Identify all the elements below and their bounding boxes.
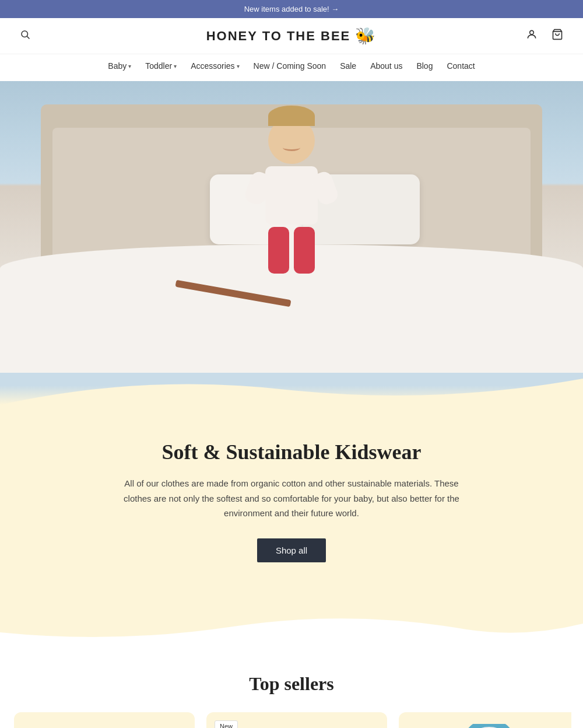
svg-point-2 xyxy=(530,30,534,34)
products-row: New xyxy=(12,712,571,729)
cart-icon xyxy=(552,29,563,40)
onesie-illustration xyxy=(46,724,163,729)
site-header: HONEY TO THE BEE 🐝 xyxy=(0,18,583,54)
chevron-down-icon: ▾ xyxy=(128,63,131,69)
products-container: New xyxy=(12,712,571,729)
shop-all-button[interactable]: Shop all xyxy=(257,538,326,562)
nav-label-about: About us xyxy=(370,61,402,71)
search-button[interactable] xyxy=(17,27,33,45)
list-item[interactable] xyxy=(399,712,571,729)
robe-illustration xyxy=(431,724,547,729)
nav-item-new[interactable]: New / Coming Soon xyxy=(248,59,332,73)
soft-title: Soft & Sustainable Kidswear xyxy=(117,440,466,464)
child-legs xyxy=(268,227,315,274)
nav-label-sale: Sale xyxy=(340,61,356,71)
new-badge: New xyxy=(215,720,238,729)
hero-image xyxy=(0,81,583,373)
bottom-wave-svg xyxy=(0,609,583,644)
account-button[interactable] xyxy=(524,26,540,46)
nav-item-sale[interactable]: Sale xyxy=(334,59,362,73)
nav-label-baby: Baby xyxy=(108,61,127,71)
child-hair xyxy=(268,106,315,126)
wave-hero-bottom xyxy=(0,373,583,405)
announcement-text: New items added to sale! → xyxy=(244,5,339,13)
soft-section: Soft & Sustainable Kidswear All of our c… xyxy=(0,405,583,609)
account-icon xyxy=(526,29,538,40)
nav-label-accessories: Accessories xyxy=(191,61,234,71)
nav-label-blog: Blog xyxy=(416,61,433,71)
nav-label-toddler: Toddler xyxy=(145,61,172,71)
svg-point-0 xyxy=(22,31,28,37)
svg-line-1 xyxy=(27,36,29,38)
chevron-down-icon: ▾ xyxy=(237,63,240,69)
nav-item-contact[interactable]: Contact xyxy=(441,59,480,73)
announcement-bar[interactable]: New items added to sale! → xyxy=(0,0,583,18)
bee-icon: 🐝 xyxy=(355,26,377,46)
nav-item-blog[interactable]: Blog xyxy=(410,59,438,73)
child-smile xyxy=(283,144,300,151)
header-icon-group xyxy=(524,26,566,46)
nav-item-about[interactable]: About us xyxy=(364,59,408,73)
product-image-1 xyxy=(14,712,195,729)
search-icon xyxy=(20,29,30,40)
child-body xyxy=(265,166,318,225)
cart-button[interactable] xyxy=(549,26,566,46)
nav-label-contact: Contact xyxy=(447,61,475,71)
site-logo[interactable]: HONEY TO THE BEE 🐝 xyxy=(206,26,377,46)
product-image-3 xyxy=(399,712,571,729)
main-nav: Baby ▾ Toddler ▾ Accessories ▾ New / Com… xyxy=(0,54,583,81)
hero-section xyxy=(0,81,583,373)
top-sellers-section: Top sellers xyxy=(0,644,583,729)
nav-label-new: New / Coming Soon xyxy=(254,61,326,71)
wave-svg xyxy=(0,373,583,405)
logo-text: HONEY TO THE BEE xyxy=(206,29,351,44)
list-item[interactable]: New xyxy=(206,712,387,729)
child-leg-right xyxy=(294,227,315,274)
nav-item-baby[interactable]: Baby ▾ xyxy=(102,59,137,73)
child-figure xyxy=(265,106,318,274)
child-leg-left xyxy=(268,227,289,274)
nav-item-accessories[interactable]: Accessories ▾ xyxy=(185,59,245,73)
soft-description: All of our clothes are made from organic… xyxy=(117,476,466,521)
list-item[interactable] xyxy=(14,712,195,729)
nav-item-toddler[interactable]: Toddler ▾ xyxy=(139,59,182,73)
chevron-down-icon: ▾ xyxy=(174,63,177,69)
yellow-wave-bottom xyxy=(0,609,583,644)
top-sellers-title: Top sellers xyxy=(12,673,571,695)
